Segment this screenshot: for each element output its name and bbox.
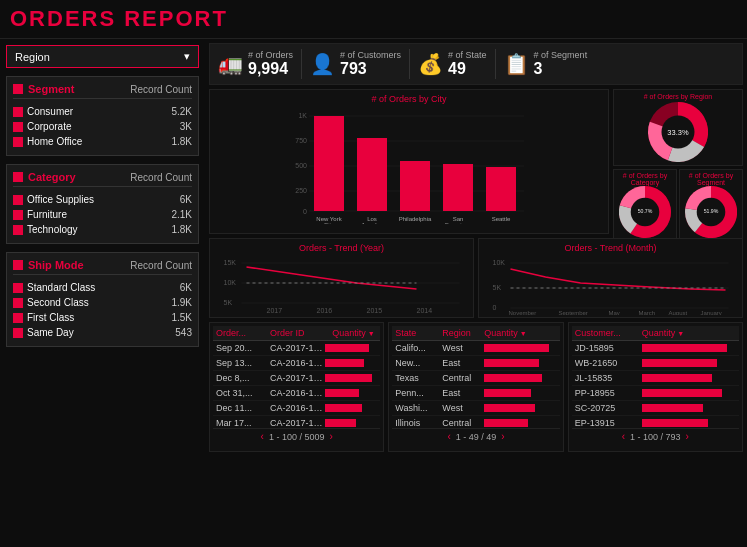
sidebar: Region ▾ Segment Record Count Consumer 5… bbox=[0, 39, 205, 544]
table-row: EP-13915 bbox=[572, 416, 739, 428]
customer-table-pagination: ‹ 1 - 100 / 793 › bbox=[572, 428, 739, 444]
orders-qty-sort-icon[interactable]: ▼ bbox=[368, 330, 375, 337]
svg-text:2015: 2015 bbox=[367, 307, 383, 314]
category-pie-svg: 50.7% bbox=[619, 186, 671, 238]
table-row: Penn... East bbox=[392, 386, 559, 401]
trend-year-chart: Orders - Trend (Year) 15K 10K 5K 2017 20… bbox=[209, 238, 474, 318]
svg-text:10K: 10K bbox=[224, 279, 237, 286]
table-row: JL-15835 bbox=[572, 371, 739, 386]
state-table-body: Califo... West New... East Texas Central bbox=[392, 341, 559, 428]
orders-by-region-chart: # of Orders by Region 33.3% bbox=[613, 89, 743, 166]
stat-divider-1 bbox=[301, 49, 302, 79]
category-filter-card: Category Record Count Office Supplies 6K… bbox=[6, 164, 199, 244]
orders-table-body: Sep 20... CA-2017-100111 Sep 13... CA-20… bbox=[213, 341, 380, 428]
trend-month-svg: 10K 5K 0 November September May March Au… bbox=[483, 255, 738, 315]
standard-checkbox[interactable] bbox=[13, 283, 23, 293]
sameday-checkbox[interactable] bbox=[13, 328, 23, 338]
homeoffice-checkbox[interactable] bbox=[13, 137, 23, 147]
svg-text:500: 500 bbox=[295, 162, 307, 169]
person-icon: 👤 bbox=[310, 52, 335, 76]
svg-text:May: May bbox=[609, 310, 620, 315]
filter-item-consumer: Consumer 5.2K bbox=[13, 104, 192, 119]
svg-text:5K: 5K bbox=[224, 299, 233, 306]
tech-checkbox[interactable] bbox=[13, 225, 23, 235]
table-row: PP-18955 bbox=[572, 386, 739, 401]
svg-text:2016: 2016 bbox=[317, 307, 333, 314]
main-layout: Region ▾ Segment Record Count Consumer 5… bbox=[0, 39, 747, 544]
shipmode-filter-card: Ship Mode Record Count Standard Class 6K… bbox=[6, 252, 199, 347]
table-row: Califo... West bbox=[392, 341, 559, 356]
filter-item-homeoffice: Home Office 1.8K bbox=[13, 134, 192, 149]
svg-text:0: 0 bbox=[303, 208, 307, 215]
svg-text:51.9%: 51.9% bbox=[704, 208, 719, 214]
orders-next-btn[interactable]: › bbox=[329, 431, 332, 442]
furniture-checkbox[interactable] bbox=[13, 210, 23, 220]
stat-state: 💰 # of State 49 bbox=[418, 50, 487, 78]
table-row: SC-20725 bbox=[572, 401, 739, 416]
customer-qty-sort-icon[interactable]: ▼ bbox=[677, 330, 684, 337]
table-row: JD-15895 bbox=[572, 341, 739, 356]
segment-pie-svg: 51.9% bbox=[685, 186, 737, 238]
table-row: Sep 20... CA-2017-100111 bbox=[213, 341, 380, 356]
corporate-checkbox[interactable] bbox=[13, 122, 23, 132]
orders-table-pagination: ‹ 1 - 100 / 5009 › bbox=[213, 428, 380, 444]
second-checkbox[interactable] bbox=[13, 298, 23, 308]
svg-text:Philadelphia: Philadelphia bbox=[399, 216, 432, 222]
state-next-btn[interactable]: › bbox=[501, 431, 504, 442]
table-row: Dec 11... CA-2016-165330 bbox=[213, 401, 380, 416]
svg-text:750: 750 bbox=[295, 137, 307, 144]
page-title: ORDERS REPORT bbox=[10, 6, 737, 32]
svg-text:August: August bbox=[669, 310, 688, 315]
right-charts-area: # of Orders by Region 33.3% bbox=[613, 89, 743, 234]
filter-item-second: Second Class 1.9K bbox=[13, 295, 192, 310]
svg-text:January: January bbox=[701, 310, 722, 315]
top-charts-row: # of Orders by City 1K 750 500 250 0 bbox=[209, 89, 743, 234]
office-checkbox[interactable] bbox=[13, 195, 23, 205]
svg-text:Angeles: Angeles bbox=[361, 222, 383, 224]
shipmode-filter-header: Ship Mode Record Count bbox=[13, 259, 192, 275]
orders-prev-btn[interactable]: ‹ bbox=[261, 431, 264, 442]
state-prev-btn[interactable]: ‹ bbox=[447, 431, 450, 442]
svg-text:November: November bbox=[509, 310, 537, 315]
filter-item-sameday: Same Day 543 bbox=[13, 325, 192, 340]
tables-row: Order... Order ID Quantity ▼ Sep 20... C… bbox=[209, 322, 743, 452]
table-row: Texas Central bbox=[392, 371, 559, 386]
stats-row: 🚛 # of Orders 9,994 👤 # of Customers 793… bbox=[209, 43, 743, 85]
svg-text:Seattle: Seattle bbox=[492, 216, 511, 222]
svg-rect-18 bbox=[443, 164, 473, 211]
svg-text:5K: 5K bbox=[493, 284, 502, 291]
customer-table-header: Customer... Quantity ▼ bbox=[572, 326, 739, 341]
state-qty-sort-icon[interactable]: ▼ bbox=[520, 330, 527, 337]
svg-text:1K: 1K bbox=[298, 112, 307, 119]
first-checkbox[interactable] bbox=[13, 313, 23, 323]
customer-prev-btn[interactable]: ‹ bbox=[622, 431, 625, 442]
category-main-checkbox[interactable] bbox=[13, 172, 23, 182]
stat-divider-3 bbox=[495, 49, 496, 79]
stat-segment: 📋 # of Segment 3 bbox=[504, 50, 588, 78]
content-area: 🚛 # of Orders 9,994 👤 # of Customers 793… bbox=[205, 39, 747, 544]
filter-item-first: First Class 1.5K bbox=[13, 310, 192, 325]
svg-text:March: March bbox=[639, 310, 656, 315]
consumer-checkbox[interactable] bbox=[13, 107, 23, 117]
svg-text:10K: 10K bbox=[493, 259, 506, 266]
filter-item-technology: Technology 1.8K bbox=[13, 222, 192, 237]
customer-table-body: JD-15895 WB-21650 JL-15835 PP-18955 bbox=[572, 341, 739, 428]
orders-table-header: Order... Order ID Quantity ▼ bbox=[213, 326, 380, 341]
stat-orders: 🚛 # of Orders 9,994 bbox=[218, 50, 293, 78]
stat-divider-2 bbox=[409, 49, 410, 79]
money-icon: 💰 bbox=[418, 52, 443, 76]
table-row: Dec 8,... CA-2017-117457 bbox=[213, 371, 380, 386]
region-pie-svg: 33.3% bbox=[648, 102, 708, 162]
customer-next-btn[interactable]: › bbox=[686, 431, 689, 442]
region-dropdown[interactable]: Region ▾ bbox=[6, 45, 199, 68]
svg-rect-10 bbox=[314, 116, 344, 211]
segment-checkbox[interactable] bbox=[13, 84, 23, 94]
orders-table: Order... Order ID Quantity ▼ Sep 20... C… bbox=[209, 322, 384, 452]
filter-item-furniture: Furniture 2.1K bbox=[13, 207, 192, 222]
svg-text:City: City bbox=[324, 222, 334, 224]
trend-year-svg: 15K 10K 5K 2017 2016 2015 2014 bbox=[214, 255, 469, 315]
shipmode-main-checkbox[interactable] bbox=[13, 260, 23, 270]
orders-by-city-chart: # of Orders by City 1K 750 500 250 0 bbox=[209, 89, 609, 234]
bar-chart-svg: 1K 750 500 250 0 New York City bbox=[214, 106, 604, 224]
table-row: Washi... West bbox=[392, 401, 559, 416]
